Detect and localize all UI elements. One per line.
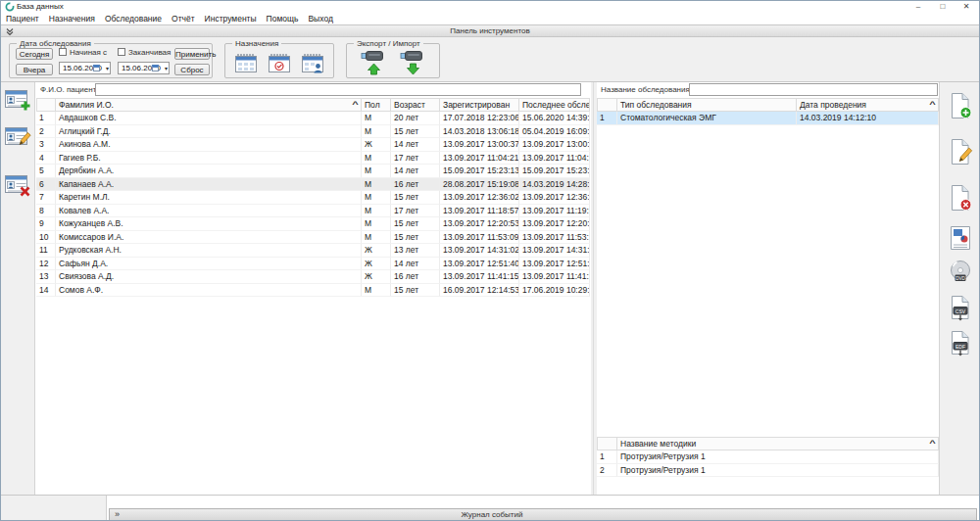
app-window: База данных – □ ✕ ПациентНазначенияОбсле…: [0, 0, 980, 521]
cell-age: 17 лет: [391, 152, 440, 166]
today-button[interactable]: Сегодня: [16, 48, 53, 60]
event-log-bar[interactable]: » Журнал событий: [109, 508, 977, 521]
cell-row-number: 12: [36, 258, 56, 271]
app-icon: [5, 2, 15, 12]
export-usb-icon[interactable]: [359, 49, 388, 75]
add-patient-button[interactable]: [4, 87, 31, 113]
cell-sex: М: [362, 178, 391, 192]
add-exam-button[interactable]: [948, 92, 973, 119]
exam-search-input[interactable]: [689, 83, 938, 96]
menu-item[interactable]: Помощь: [262, 13, 304, 24]
patient-row[interactable]: 12 Сафьян Д.А. Ж 14 лет 13.09.2017 12:51…: [36, 258, 590, 271]
exam-report-button[interactable]: [948, 224, 973, 252]
minimize-button[interactable]: –: [906, 1, 930, 13]
cell-row-number: 4: [36, 152, 56, 166]
cell-row-number: 9: [36, 217, 56, 231]
patient-row[interactable]: 13 Свиязова А.Д. Ж 16 лет 13.09.2017 11:…: [36, 270, 590, 284]
header-sex[interactable]: Пол: [362, 98, 391, 112]
cell-name: Каретин М.Л.: [56, 191, 362, 205]
patient-row[interactable]: 8 Ковалев А.А. М 17 лет 13.09.2017 11:18…: [36, 205, 590, 218]
svg-text:DVD: DVD: [956, 276, 965, 281]
header-age[interactable]: Возраст: [391, 98, 440, 112]
cell-name: Авдашков С.В.: [56, 112, 362, 125]
calendar-mini-icon[interactable]: [152, 65, 159, 71]
header-exam-type[interactable]: Тип обследования: [617, 98, 797, 112]
patient-row[interactable]: 9 Кожуханцев А.В. М 15 лет 13.09.2017 12…: [36, 217, 590, 231]
cell-last-exam: 13.09.2017 11:41:23: [519, 270, 590, 284]
header-row-number[interactable]: [36, 98, 56, 112]
cell-sex: Ж: [362, 270, 391, 284]
exam-search-label: Название обследования: [601, 85, 690, 94]
cell-age: 17 лет: [391, 205, 440, 218]
patient-row[interactable]: 6 Капанаев А.А. М 16 лет 28.08.2017 15:1…: [36, 178, 590, 192]
date-to-checkbox[interactable]: Заканчивая: [118, 48, 171, 57]
collapse-chevron-icon[interactable]: [5, 26, 15, 36]
dropdown-arrow-icon[interactable]: ▾: [165, 63, 168, 74]
header-last-exam[interactable]: Последнее обследование: [519, 98, 590, 112]
export-edf-button[interactable]: EDF: [948, 330, 973, 357]
patient-row[interactable]: 2 Аглицкий Г.Д. М 15 лет 14.03.2018 13:0…: [36, 125, 590, 139]
calendar-planner-icon[interactable]: [233, 52, 259, 75]
edit-patient-button[interactable]: [4, 124, 31, 150]
patient-row[interactable]: 10 Комиссаров И.А. М 15 лет 13.09.2017 1…: [36, 231, 590, 245]
yesterday-button[interactable]: Вчера: [16, 64, 53, 75]
methods-table-header: Название методики ^: [597, 437, 939, 450]
reset-button[interactable]: Сброс: [174, 64, 210, 75]
delete-exam-button[interactable]: [948, 184, 973, 212]
delete-patient-button[interactable]: [4, 172, 31, 198]
maximize-button[interactable]: □: [931, 1, 955, 13]
method-row[interactable]: 1 Протрузия/Ретрузия 1: [597, 450, 939, 464]
cell-age: 14 лет: [391, 258, 440, 271]
menu-item[interactable]: Выход: [303, 13, 337, 24]
header-method-name[interactable]: Название методики ^: [617, 437, 939, 450]
calendar-checked-icon[interactable]: [267, 52, 292, 75]
patient-row[interactable]: 5 Дерябкин А.А. М 14 лет 15.09.2017 15:2…: [36, 165, 590, 178]
method-row[interactable]: 2 Протрузия/Ретрузия 1: [597, 464, 939, 478]
header-registered[interactable]: Зарегистрирован: [440, 98, 519, 112]
patient-row[interactable]: 11 Рудковская А.Н. Ж 13 лет 13.09.2017 1…: [36, 244, 590, 258]
menu-item[interactable]: Обследование: [100, 13, 167, 24]
patient-search-input[interactable]: [95, 83, 581, 96]
header-row-number[interactable]: [597, 98, 617, 112]
window-title: База данных: [17, 2, 64, 11]
close-button[interactable]: ✕: [955, 1, 978, 13]
date-to-field[interactable]: 15.06.2020 ▾: [118, 62, 170, 74]
header-exam-date[interactable]: Дата проведения ^: [797, 98, 939, 112]
patient-row[interactable]: 7 Каретин М.Л. М 15 лет 13.09.2017 12:36…: [36, 191, 590, 205]
exam-row[interactable]: 1 Стоматологическая ЭМГ 14.03.2019 14:12…: [597, 112, 939, 125]
header-name[interactable]: Фамилия И.О. ^: [56, 98, 362, 112]
export-csv-button[interactable]: CSV: [948, 295, 973, 322]
calendar-mini-icon[interactable]: [93, 65, 100, 71]
sort-asc-icon: ^: [929, 100, 935, 110]
main-area: Ф.И.О. пациента Фамилия И.О. ^ Пол Возра…: [1, 82, 979, 496]
import-usb-icon[interactable]: [398, 49, 427, 75]
cell-last-exam: 13.09.2017 12:51:43: [519, 258, 590, 271]
edit-exam-button[interactable]: [948, 138, 973, 166]
calendar-person-icon[interactable]: [300, 52, 325, 75]
menu-item[interactable]: Отчёт: [167, 13, 200, 24]
checkbox-icon[interactable]: [59, 48, 67, 56]
cell-sex: Ж: [362, 258, 391, 271]
patient-row[interactable]: 1 Авдашков С.В. М 20 лет 17.07.2018 12:2…: [36, 112, 590, 125]
date-from-checkbox[interactable]: Начиная с: [59, 48, 107, 57]
patient-row[interactable]: 3 Акинова А.М. Ж 14 лет 13.09.2017 13:00…: [36, 138, 590, 152]
exam-table-body: 1 Стоматологическая ЭМГ 14.03.2019 14:12…: [597, 112, 939, 125]
dropdown-arrow-icon[interactable]: ▾: [106, 63, 109, 74]
patient-row[interactable]: 4 Гагиев Р.Б. М 17 лет 13.09.2017 11:04:…: [36, 152, 590, 166]
cell-last-exam: 13.09.2017 11:53:12: [519, 231, 590, 245]
menu-item[interactable]: Инструменты: [200, 13, 262, 24]
cell-row-number: 5: [36, 165, 56, 178]
cell-last-exam: 14.03.2019 14:28:24: [519, 178, 590, 192]
menu-item[interactable]: Пациент: [1, 13, 44, 24]
menu-item[interactable]: Назначения: [44, 13, 100, 24]
header-row-number[interactable]: [597, 437, 617, 450]
checkbox-icon[interactable]: [118, 48, 125, 56]
expand-chevron-icon[interactable]: »: [115, 509, 120, 520]
cell-last-exam: 13.09.2017 12:36:04: [519, 191, 590, 205]
cell-row-number: 3: [36, 138, 56, 152]
patient-row[interactable]: 14 Сомов А.Ф. М 15 лет 16.09.2017 12:14:…: [36, 284, 590, 298]
apply-button[interactable]: Применить: [174, 48, 210, 60]
export-dvd-button[interactable]: DVD: [948, 259, 973, 286]
date-from-field[interactable]: 15.06.2020 ▾: [59, 62, 111, 74]
cell-name: Гагиев Р.Б.: [56, 152, 362, 166]
